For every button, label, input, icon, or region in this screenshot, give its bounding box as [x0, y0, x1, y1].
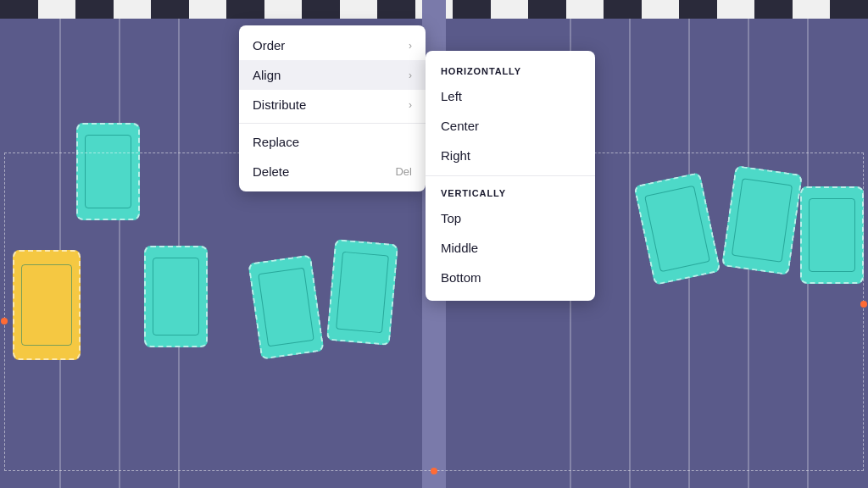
menu-item-delete[interactable]: Delete Del	[239, 157, 426, 186]
menu-item-distribute[interactable]: Distribute ›	[239, 90, 426, 119]
context-menu: Order › Align › Distribute › Replace Del…	[239, 25, 426, 191]
align-bottom[interactable]: Bottom	[426, 263, 595, 292]
align-left[interactable]: Left	[426, 81, 595, 111]
chevron-right-icon-align: ›	[409, 69, 412, 81]
align-center[interactable]: Center	[426, 111, 595, 141]
align-right[interactable]: Right	[426, 141, 595, 170]
align-top[interactable]: Top	[426, 203, 595, 233]
delete-shortcut: Del	[395, 165, 412, 178]
selection-handle-bottom[interactable]	[431, 468, 437, 474]
chevron-right-icon-distribute: ›	[409, 99, 412, 111]
horizontally-label: HORIZONTALLY	[426, 59, 595, 81]
selection-handle-left[interactable]	[1, 318, 8, 324]
selection-handle-right[interactable]	[860, 301, 867, 308]
menu-divider-1	[239, 123, 426, 124]
menu-item-align[interactable]: Align ›	[239, 60, 426, 90]
vertically-label: VERTICALLY	[426, 181, 595, 203]
align-middle[interactable]: Middle	[426, 233, 595, 263]
align-submenu: HORIZONTALLY Left Center Right VERTICALL…	[426, 51, 595, 301]
submenu-divider	[426, 175, 595, 176]
menu-item-order[interactable]: Order ›	[239, 30, 426, 60]
chevron-right-icon: ›	[409, 40, 412, 52]
menu-item-replace[interactable]: Replace	[239, 127, 426, 157]
